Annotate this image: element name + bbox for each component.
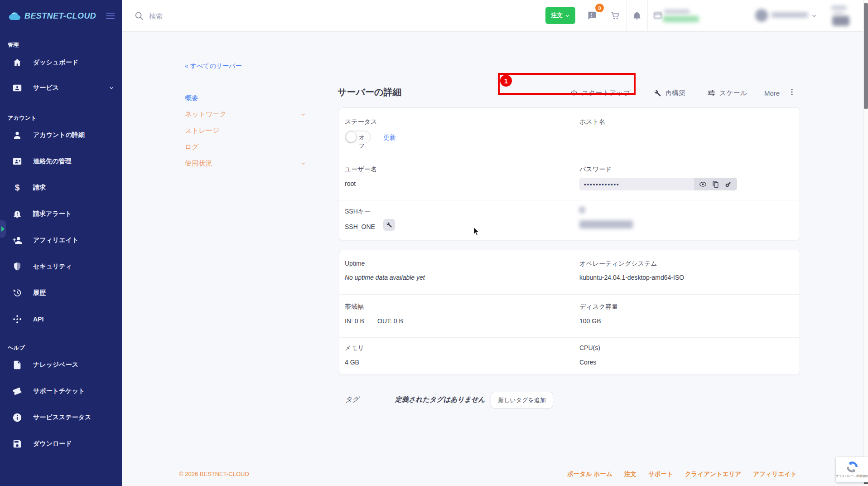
divider — [626, 0, 627, 32]
password-label: パスワード — [579, 165, 612, 174]
sidebar-item-knowledge-base[interactable]: ナレッジベース — [0, 352, 122, 378]
recaptcha-badge[interactable]: プライバシー - 利用規約 — [836, 457, 868, 482]
cart-icon[interactable] — [610, 10, 620, 20]
disk-value: 100 GB — [579, 317, 601, 325]
dollar-icon: $ — [12, 183, 22, 193]
sidebar-item-affiliate[interactable]: アフィリエイト — [0, 227, 122, 253]
home-icon — [12, 58, 22, 68]
sidebar-item-label: セキュリティ — [33, 262, 72, 271]
sidebar-item-service-status[interactable]: サービスステータス — [0, 404, 122, 431]
add-tag-button[interactable]: 新しいタグを追加 — [491, 392, 553, 408]
footer-link-affiliate[interactable]: アフィリエイト — [753, 470, 797, 478]
password-field: •••••••••••• — [579, 178, 737, 190]
sidebar-item-support-tickets[interactable]: サポートチケット — [0, 378, 122, 404]
ticket-icon — [12, 386, 22, 396]
footer-link-support[interactable]: サポート — [648, 470, 673, 478]
power-icon — [570, 89, 578, 97]
sshkey-manage-button[interactable] — [383, 219, 395, 231]
status-label: ステータス — [345, 118, 377, 126]
power-toggle[interactable]: オフ — [345, 131, 371, 143]
page-title: サーバーの詳細 — [338, 86, 401, 98]
bell-icon[interactable] — [632, 10, 642, 20]
chevron-down-icon — [108, 85, 115, 91]
chat-icon[interactable] — [587, 10, 597, 20]
subnav-item-logs[interactable]: ログ — [185, 139, 306, 155]
sidebar-item-downloads[interactable]: ダウンロード — [0, 431, 122, 457]
cloud-logo-icon — [7, 11, 21, 21]
page-scrollbar[interactable] — [863, 0, 868, 486]
person-icon — [12, 130, 22, 140]
chevron-down-icon — [811, 13, 817, 19]
blurred-funds-amount-badge — [663, 16, 699, 22]
brand-name: BESTNET-CLOUD — [24, 11, 96, 21]
show-password-eye-icon[interactable] — [699, 180, 707, 188]
divider — [581, 0, 581, 32]
menu-toggle-icon[interactable] — [106, 11, 115, 21]
footer-links: ポータル ホーム 注文 サポート クライアントエリア アフィリエイト — [567, 470, 797, 478]
sidebar-item-label: アフィリエイト — [33, 236, 78, 244]
memory-label: メモリ — [345, 344, 364, 352]
sidebar-item-account-details[interactable]: アカウントの詳細 — [0, 122, 122, 148]
sidebar-item-label: 連絡先の管理 — [33, 157, 71, 165]
subnav-label: ログ — [185, 143, 199, 151]
order-button-label: 注文 — [551, 11, 563, 19]
blurred-ip-value — [579, 220, 633, 228]
subnav-item-storage[interactable]: ストレージ — [185, 122, 306, 139]
footer-link-client-area[interactable]: クライアントエリア — [685, 470, 741, 478]
footer-link-portal-home[interactable]: ポータル ホーム — [567, 470, 612, 478]
rebuild-button[interactable]: 再構築 — [654, 87, 685, 99]
refresh-link[interactable]: 更新 — [383, 134, 396, 142]
tags-label: タグ — [345, 395, 359, 404]
scrollbar-thumb[interactable] — [864, 3, 868, 109]
sidebar-item-contacts[interactable]: 連絡先の管理 — [0, 148, 122, 175]
sidebar-item-label: ダッシュボード — [33, 58, 78, 67]
sidebar-item-billing-alerts[interactable]: 請求アラート — [0, 201, 122, 227]
bandwidth-in-value: IN: 0 B — [345, 317, 364, 325]
cpu-value: Cores — [579, 359, 596, 366]
sidebar-item-services[interactable]: サービス — [0, 75, 122, 101]
back-to-servers-link[interactable]: « すべてのサーバー — [185, 62, 242, 70]
sidebar-item-security[interactable]: セキュリティ — [0, 253, 122, 280]
more-button[interactable]: More — [764, 87, 780, 99]
chat-count-badge: 0 — [595, 4, 604, 12]
subnav-item-overview[interactable]: 概要 — [185, 90, 306, 106]
sidebar-item-billing[interactable]: $ 請求 — [0, 175, 122, 201]
kebab-icon — [787, 87, 796, 97]
kebab-menu-button[interactable] — [787, 86, 796, 98]
bandwidth-disk-row: 帯域幅 IN: 0 B OUT: 0 B ディスク容量 100 GB — [339, 294, 800, 337]
sidebar-item-label: サポートチケット — [33, 387, 85, 395]
sidebar-section-admin: 管理 — [0, 41, 122, 49]
history-icon — [12, 288, 22, 298]
startup-button[interactable]: スタートアップ — [570, 87, 630, 99]
order-button[interactable]: 注文 — [545, 7, 575, 24]
subnav-item-network[interactable]: ネットワーク — [185, 106, 306, 122]
key-icon[interactable] — [724, 180, 732, 188]
username-label: ユーザー名 — [345, 165, 377, 174]
person-add-icon — [12, 235, 22, 245]
sidebar-item-label: 請求アラート — [33, 210, 72, 218]
annotation-badge: 1 — [500, 75, 512, 87]
sidebar-section-account: アカウント — [0, 114, 122, 122]
sidebar-item-dashboard[interactable]: ダッシュボード — [0, 50, 122, 75]
memory-cpu-row: メモリ 4 GB CPU(s) Cores — [339, 337, 800, 374]
shield-icon — [12, 262, 22, 272]
scale-button[interactable]: スケール — [707, 87, 747, 99]
sidebar-item-label: サービス — [33, 84, 59, 92]
subnav-item-usage[interactable]: 使用状況 — [185, 155, 306, 171]
funds-icon[interactable] — [653, 10, 663, 20]
blurred-user-avatar[interactable] — [755, 9, 768, 22]
uptime-os-row: Uptime No uptime data available yet オペレー… — [339, 250, 800, 294]
tags-empty-text: 定義されたタグはありません — [395, 395, 485, 404]
sshkey-value: SSH_ONE — [345, 223, 375, 230]
copyright-text: © 2026 BESTNET-CLOUD — [179, 471, 249, 477]
copy-icon[interactable] — [712, 180, 719, 188]
sidebar-section-help: ヘルプ — [0, 344, 122, 352]
chevron-down-icon — [565, 13, 570, 18]
sidebar-expand-tab[interactable] — [0, 220, 6, 238]
uptime-value: No uptime data available yet — [345, 274, 425, 281]
search-input[interactable] — [149, 9, 385, 23]
sidebar-item-history[interactable]: 履歴 — [0, 280, 122, 306]
sidebar-item-api[interactable]: API — [0, 306, 122, 332]
footer-link-order[interactable]: 注文 — [624, 470, 637, 478]
subnav-label: 使用状況 — [185, 159, 212, 168]
